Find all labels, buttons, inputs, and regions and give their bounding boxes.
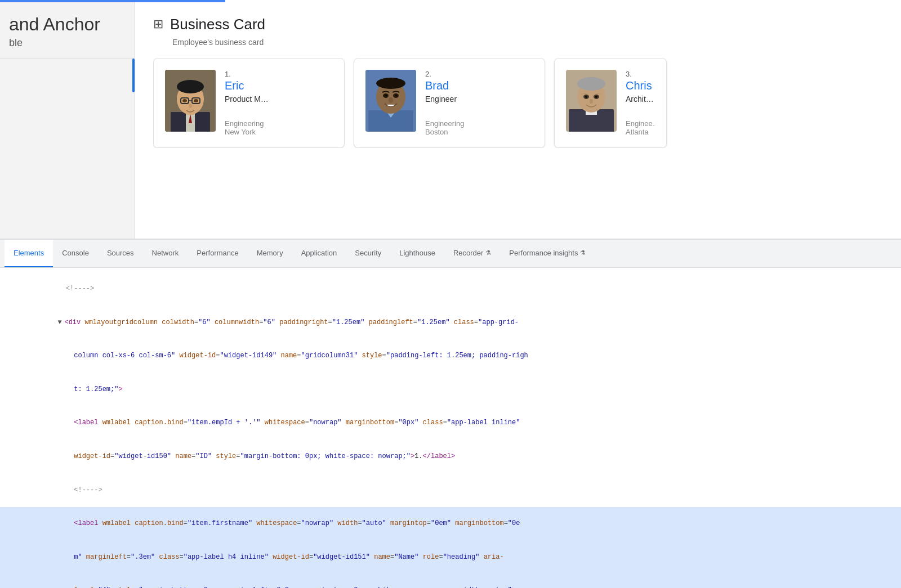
card-name-2: Brad xyxy=(425,79,533,92)
svg-point-33 xyxy=(595,96,597,98)
card-city-1: New York xyxy=(225,128,333,136)
tab-application-label: Application xyxy=(301,249,337,257)
collapse-arrow[interactable]: ▼ xyxy=(57,317,64,328)
tab-security[interactable]: Security xyxy=(346,240,390,268)
tab-perf-insights-label: Performance insights xyxy=(509,249,578,257)
svg-point-10 xyxy=(182,99,187,102)
main-content: ⊞ Business Card Employee's business card xyxy=(135,2,901,239)
card-photo-eric xyxy=(165,70,216,132)
business-card-1: 1. Eric Product M… Engineering New York xyxy=(153,58,345,148)
card-header-3: 3. Chris Archit… Enginee… Atlanta xyxy=(566,70,655,136)
code-line-3: <label wmlabel caption.bind="item.empId … xyxy=(0,406,901,440)
tab-performance-label: Performance xyxy=(197,249,238,257)
svg-point-6 xyxy=(177,80,204,93)
code-line-3b: widget-id="widget-id150" name="ID" style… xyxy=(0,440,901,474)
perf-insights-icon: ⚗ xyxy=(580,249,586,257)
card-photo-brad xyxy=(365,70,416,132)
svg-point-23 xyxy=(389,97,393,103)
comment-2: <!----> xyxy=(74,486,102,494)
card-city-3: Atlanta xyxy=(626,128,655,136)
card-job-2: Engineer xyxy=(425,95,533,104)
code-line-2c: t: 1.25em;"> xyxy=(0,373,901,407)
svg-point-34 xyxy=(590,99,593,104)
cards-container: 1. Eric Product M… Engineering New York xyxy=(153,58,883,148)
tab-security-label: Security xyxy=(355,249,381,257)
recorder-icon: ⚗ xyxy=(485,249,491,257)
devtools-panel: Elements Console Sources Network Perform… xyxy=(0,239,901,588)
code-line-2: ▼<div wmlayoutgridcolumn colwidth="6" co… xyxy=(0,306,901,340)
card-number-3: 3. xyxy=(626,70,655,78)
tab-sources-label: Sources xyxy=(107,249,134,257)
tab-recorder[interactable]: Recorder ⚗ xyxy=(444,240,500,268)
page-title: Business Card xyxy=(170,16,265,33)
tab-memory-label: Memory xyxy=(257,249,283,257)
card-header-1: 1. Eric Product M… Engineering New York xyxy=(165,70,333,136)
tab-memory[interactable]: Memory xyxy=(248,240,292,268)
svg-point-21 xyxy=(385,95,387,97)
sidebar-scrollbar[interactable] xyxy=(132,59,135,92)
sidebar-title: and Anchor xyxy=(0,2,135,37)
tab-lighthouse-label: Lighthouse xyxy=(399,249,435,257)
tab-performance[interactable]: Performance xyxy=(188,240,247,268)
business-card-2: 2. Brad Engineer Engineering Boston xyxy=(354,58,545,148)
svg-point-29 xyxy=(577,77,605,91)
tab-console[interactable]: Console xyxy=(53,240,98,268)
svg-point-32 xyxy=(585,96,587,98)
card-job-1: Product M… xyxy=(225,95,333,104)
card-name-3: Chris xyxy=(626,79,655,92)
page-header: ⊞ Business Card xyxy=(153,16,883,33)
tab-performance-insights[interactable]: Performance insights ⚗ xyxy=(500,240,595,268)
tab-application[interactable]: Application xyxy=(292,240,346,268)
devtools-tabs: Elements Console Sources Network Perform… xyxy=(0,240,901,268)
card-info-2: 2. Brad Engineer Engineering Boston xyxy=(425,70,533,136)
card-header-2: 2. Brad Engineer Engineering Boston xyxy=(365,70,533,136)
card-dept-2: Engineering xyxy=(425,119,533,128)
tab-recorder-label: Recorder xyxy=(453,249,483,257)
card-city-2: Boston xyxy=(425,128,533,136)
tab-lighthouse[interactable]: Lighthouse xyxy=(390,240,444,268)
code-line-2b: column col-xs-6 col-sm-6" widget-id="wid… xyxy=(0,339,901,373)
devtools-code-content: <!----> ▼<div wmlayoutgridcolumn colwidt… xyxy=(0,268,901,588)
svg-point-12 xyxy=(189,104,192,108)
sidebar-scroll-area xyxy=(0,59,135,239)
card-photo-chris xyxy=(566,70,617,132)
card-name-1: Eric xyxy=(225,79,333,92)
code-line-5c: level="4" style="margin-bottom: 0em; mar… xyxy=(0,574,901,588)
card-job-3: Archit… xyxy=(626,95,655,104)
app-content-area: and Anchor ble ⊞ Business Card Employee'… xyxy=(0,2,901,239)
code-line-5b: m" marginleft=".3em" class="app-label h4… xyxy=(0,541,901,574)
svg-point-11 xyxy=(194,99,198,102)
tab-elements-label: Elements xyxy=(14,249,44,257)
tab-network[interactable]: Network xyxy=(143,240,188,268)
code-line-1: <!----> xyxy=(0,272,901,306)
tab-elements[interactable]: Elements xyxy=(5,240,53,268)
svg-point-18 xyxy=(376,78,405,89)
card-info-1: 1. Eric Product M… Engineering New York xyxy=(225,70,333,136)
code-line-4: <!----> xyxy=(0,473,901,507)
page-icon: ⊞ xyxy=(153,17,163,32)
card-info-3: 3. Chris Archit… Enginee… Atlanta xyxy=(626,70,655,136)
svg-point-22 xyxy=(395,95,397,97)
sidebar: and Anchor ble xyxy=(0,2,135,239)
tab-console-label: Console xyxy=(62,249,89,257)
tab-sources[interactable]: Sources xyxy=(98,240,143,268)
code-line-5: <label wmlabel caption.bind="item.firstn… xyxy=(0,507,901,541)
business-card-3: 3. Chris Archit… Enginee… Atlanta xyxy=(554,58,667,148)
page-subtitle: Employee's business card xyxy=(172,38,883,47)
sidebar-subtitle: ble xyxy=(0,37,135,58)
card-dept-3: Enginee… xyxy=(626,119,655,128)
card-number-2: 2. xyxy=(425,70,533,78)
card-number-1: 1. xyxy=(225,70,333,78)
comment-1: <!----> xyxy=(66,285,94,293)
tab-network-label: Network xyxy=(152,249,179,257)
card-dept-1: Engineering xyxy=(225,119,333,128)
